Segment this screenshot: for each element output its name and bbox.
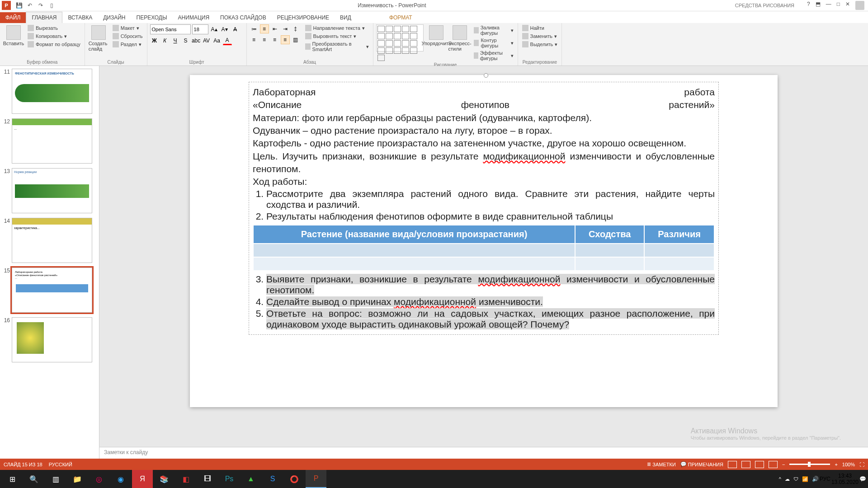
slide-thumbnail-13[interactable]: Норма реакции	[12, 168, 92, 213]
comparison-table[interactable]: Растение (название вида/условия произрас…	[253, 225, 715, 271]
slide-thumbnail-panel[interactable]: 11ФЕНОТИПИЧЕСКАЯ ИЗМЕНЧИВОСТЬ 12... 13Но…	[0, 66, 99, 459]
reset-button[interactable]: Сбросить	[111, 33, 144, 40]
taskbar-app[interactable]: ⭕	[284, 470, 305, 488]
text-direction-button[interactable]: Направление текста ▾	[304, 24, 370, 32]
rotation-handle[interactable]	[484, 73, 488, 78]
tab-insert[interactable]: ВСТАВКА	[62, 12, 98, 23]
zoom-out-button[interactable]: −	[782, 462, 785, 467]
copy-button[interactable]: Копировать ▾	[26, 33, 82, 40]
convert-smartart-button[interactable]: Преобразовать в SmartArt ▾	[304, 41, 370, 52]
sorter-view-button[interactable]	[741, 461, 750, 468]
language-indicator[interactable]: РУССКИЙ	[49, 462, 72, 467]
layout-button[interactable]: Макет ▾	[111, 24, 144, 32]
undo-icon[interactable]: ↶	[26, 2, 33, 9]
start-button[interactable]: ⊞	[2, 470, 23, 488]
clear-formatting-button[interactable]: A̶	[231, 25, 240, 34]
taskbar-app[interactable]: Я	[132, 470, 153, 488]
tab-view[interactable]: ВИД	[335, 12, 357, 23]
bullets-button[interactable]: ≔	[250, 24, 259, 33]
align-center-button[interactable]: ≡	[260, 35, 269, 44]
comments-toggle[interactable]: 💬 ПРИМЕЧАНИЯ	[680, 461, 723, 467]
notes-toggle[interactable]: ≣ ЗАМЕТКИ	[647, 461, 676, 467]
search-button[interactable]: 🔍	[24, 470, 44, 488]
tab-review[interactable]: РЕЦЕНЗИРОВАНИЕ	[272, 12, 335, 23]
zoom-level[interactable]: 100%	[842, 462, 855, 467]
task-view-button[interactable]: ▥	[45, 470, 66, 488]
minimize-icon[interactable]: —	[826, 1, 831, 10]
new-slide-button[interactable]: Создать слайд	[88, 24, 109, 52]
bold-button[interactable]: Ж	[150, 36, 159, 45]
line-spacing-button[interactable]: ‡	[291, 24, 300, 33]
underline-button[interactable]: Ч	[171, 36, 180, 45]
redo-icon[interactable]: ↷	[37, 2, 44, 9]
shapes-gallery[interactable]	[376, 24, 424, 52]
change-case-button[interactable]: Aa	[212, 36, 222, 45]
char-spacing-button[interactable]: AV	[202, 36, 211, 45]
save-icon[interactable]: 💾	[15, 2, 23, 9]
taskbar-app[interactable]: ◉	[110, 470, 131, 488]
maximize-icon[interactable]: □	[837, 1, 840, 10]
find-button[interactable]: Найти	[521, 24, 559, 32]
tab-transitions[interactable]: ПЕРЕХОДЫ	[131, 12, 173, 23]
normal-view-button[interactable]	[728, 461, 737, 468]
zoom-slider[interactable]	[789, 464, 830, 465]
notes-pane[interactable]: Заметки к слайду	[99, 447, 868, 459]
tray-clock[interactable]: 13:4313.05.2020	[831, 473, 859, 486]
tab-home[interactable]: ГЛАВНАЯ	[26, 12, 62, 23]
paste-button[interactable]: Вставить	[3, 24, 24, 47]
cut-button[interactable]: Вырезать	[26, 24, 82, 32]
tray-volume-icon[interactable]: 🔊	[812, 476, 819, 482]
taskbar-app[interactable]: ▲	[241, 470, 261, 488]
tab-slideshow[interactable]: ПОКАЗ СЛАЙДОВ	[215, 12, 272, 23]
numbering-button[interactable]: ≡	[260, 24, 269, 33]
decrease-indent-button[interactable]: ⇤	[270, 24, 279, 33]
account-icon[interactable]	[855, 1, 864, 10]
zoom-in-button[interactable]: +	[835, 462, 837, 467]
slide-thumbnail-14[interactable]: характеристика...	[12, 218, 92, 263]
tab-file[interactable]: ФАЙЛ	[0, 12, 26, 23]
align-text-button[interactable]: Выровнять текст ▾	[304, 33, 370, 40]
fit-to-window-button[interactable]: ⛶	[859, 462, 864, 467]
taskbar-app[interactable]: Ps	[219, 470, 240, 488]
slide-thumbnail-12[interactable]: ...	[12, 118, 92, 164]
tray-chevron-icon[interactable]: ^	[779, 476, 781, 482]
increase-font-button[interactable]: A▴	[210, 25, 219, 34]
justify-button[interactable]: ≡	[281, 35, 290, 44]
tab-format[interactable]: ФОРМАТ	[384, 12, 418, 23]
slide-thumbnail-15[interactable]: Лабораторная работа«Описание фенотипов р…	[12, 267, 92, 313]
tray-icon[interactable]: 🛡	[793, 476, 798, 482]
tab-animations[interactable]: АНИМАЦИЯ	[173, 12, 215, 23]
slideshow-view-button[interactable]	[769, 461, 778, 468]
shape-outline-button[interactable]: Контур фигуры ▾	[472, 37, 514, 49]
slide-counter[interactable]: СЛАЙД 15 ИЗ 18	[4, 462, 42, 467]
decrease-font-button[interactable]: A▾	[220, 25, 229, 34]
columns-button[interactable]: ▥	[291, 35, 300, 44]
increase-indent-button[interactable]: ⇥	[281, 24, 290, 33]
tray-icon[interactable]: ☁	[785, 476, 790, 482]
help-icon[interactable]: ?	[807, 1, 810, 10]
powerpoint-taskbar-button[interactable]: P	[306, 470, 326, 488]
select-button[interactable]: Выделить ▾	[521, 41, 559, 48]
replace-button[interactable]: Заменить ▾	[521, 33, 559, 40]
slide-thumbnail-11[interactable]: ФЕНОТИПИЧЕСКАЯ ИЗМЕНЧИВОСТЬ	[12, 69, 92, 114]
tray-language[interactable]: РУС	[820, 476, 830, 482]
taskbar-app[interactable]: ◧	[175, 470, 196, 488]
align-left-button[interactable]: ≡	[250, 35, 259, 44]
italic-button[interactable]: К	[160, 36, 170, 45]
tray-notifications-icon[interactable]: 💬	[859, 476, 866, 482]
tab-design[interactable]: ДИЗАЙН	[98, 12, 131, 23]
format-painter-button[interactable]: Формат по образцу	[26, 41, 82, 48]
font-size-combo[interactable]	[192, 24, 208, 34]
section-button[interactable]: Раздел ▾	[111, 41, 144, 48]
file-explorer-button[interactable]: 📁	[67, 470, 88, 488]
slide-canvas[interactable]: Лабораторнаяработа «Описаниефенотиповрас…	[190, 75, 778, 407]
shape-effects-button[interactable]: Эффекты фигуры ▾	[472, 50, 514, 61]
strikethrough-button[interactable]: abc	[192, 36, 201, 45]
close-icon[interactable]: ✕	[845, 1, 850, 10]
slide-thumbnail-16[interactable]	[12, 317, 92, 362]
tray-network-icon[interactable]: 📶	[802, 476, 808, 482]
taskbar-app[interactable]: 🎞	[197, 470, 218, 488]
start-slideshow-icon[interactable]: ▯	[48, 2, 55, 9]
shape-fill-button[interactable]: Заливка фигуры ▾	[472, 24, 514, 36]
reading-view-button[interactable]	[755, 461, 764, 468]
